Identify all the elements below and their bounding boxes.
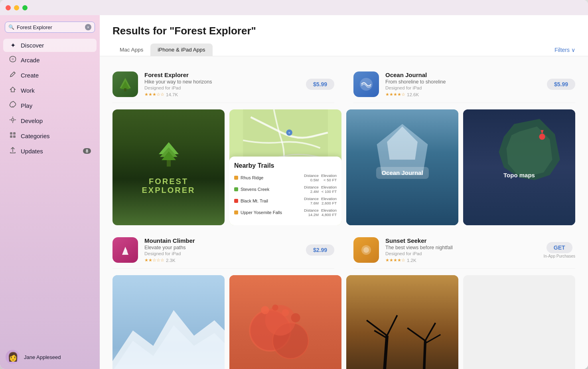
app-name: Sunset Seeker <box>385 237 537 244</box>
app-icon-sunset-seeker[interactable] <box>353 237 379 263</box>
clear-icon: × <box>87 25 89 30</box>
chevron-down-icon: ∨ <box>571 47 575 53</box>
screenshot-coral[interactable] <box>229 275 341 369</box>
sidebar-item-play[interactable]: Play <box>3 98 97 113</box>
screenshots-row-1: FOREST EXPLORER <box>112 109 575 225</box>
trail-name: Stevens Creek <box>241 187 302 192</box>
stars: ★★★☆☆ <box>144 92 164 97</box>
close-button[interactable] <box>6 5 11 10</box>
app-rating: ★★☆☆☆ 2.3K <box>144 258 300 263</box>
price-button-forest-explorer[interactable]: $5.99 <box>306 79 334 90</box>
sidebar-item-work[interactable]: Work <box>3 83 97 97</box>
screenshot-mountains[interactable] <box>112 275 225 369</box>
screenshot-topo[interactable]: Topo maps <box>463 109 575 225</box>
get-button-sunset-seeker[interactable]: GET <box>547 242 572 253</box>
trail-row-1: Rhus Ridge Distance0.5M Elevation< 50 FT <box>234 173 337 182</box>
app-info-sunset-seeker: Sunset Seeker The best views before nigh… <box>385 237 537 263</box>
svg-point-39 <box>265 305 296 336</box>
user-profile[interactable]: 👩 Jane Appleseed <box>0 345 100 369</box>
trail-dot <box>234 176 238 180</box>
price-button-ocean-journal[interactable]: $5.99 <box>547 79 575 90</box>
sidebar-item-label: Create <box>21 72 39 79</box>
app-icon-mountain-climber[interactable] <box>112 237 138 263</box>
app-platform: Designed for iPad <box>144 85 300 90</box>
minimize-button[interactable] <box>14 5 19 10</box>
app-icon-forest-explorer[interactable] <box>112 71 138 97</box>
username: Jane Appleseed <box>24 354 61 360</box>
svg-point-27 <box>539 134 545 140</box>
stars: ★★★★☆ <box>385 258 405 263</box>
develop-icon <box>9 116 17 125</box>
svg-rect-8 <box>10 135 12 138</box>
trail-stat: Distance2.4M <box>304 185 319 194</box>
tab-iphone-ipad-apps[interactable]: iPhone & iPad Apps <box>150 44 212 56</box>
svg-rect-6 <box>10 132 12 135</box>
sidebar-item-updates[interactable]: Updates 8 <box>3 144 97 158</box>
app-window: 🔍 Forest Explorer × ✦ Discover Arcade <box>0 0 588 369</box>
svg-point-1 <box>12 119 14 121</box>
search-input[interactable]: Forest Explorer <box>17 24 83 30</box>
app-platform: Designed for iPad <box>144 251 300 256</box>
trail-row-2: Stevens Creek Distance2.4M Elevation< 10… <box>234 185 337 194</box>
screenshot-sunset-beach[interactable] <box>346 275 458 369</box>
sidebar-item-label: Work <box>21 87 35 94</box>
sidebar: 🔍 Forest Explorer × ✦ Discover Arcade <box>0 15 100 369</box>
app-info-mountain-climber: Mountain Climber Elevate your paths Desi… <box>144 237 300 263</box>
review-count: 12.6K <box>407 92 419 97</box>
review-count: 14.7K <box>166 92 178 97</box>
trail-elevation: Elevation4,800 FT <box>321 208 337 217</box>
trail-stat: Distance0.5M <box>304 173 319 182</box>
app-name: Mountain Climber <box>144 237 300 244</box>
screenshot-forest[interactable]: FOREST EXPLORER <box>112 109 225 225</box>
svg-text:+: + <box>288 131 290 135</box>
app-row-sunset-seeker: Sunset Seeker The best views before nigh… <box>353 232 575 269</box>
sidebar-item-label: Play <box>21 102 32 109</box>
tab-mac-apps[interactable]: Mac Apps <box>112 44 150 56</box>
filters-button[interactable]: Filters ∨ <box>554 44 575 56</box>
bottom-app-rows: Mountain Climber Elevate your paths Desi… <box>112 232 575 269</box>
svg-point-43 <box>291 313 300 322</box>
app-row-ocean-journal: Ocean Journal From shoreline to shorelin… <box>353 66 575 103</box>
ocean-label: Ocean Journal <box>381 169 423 176</box>
svg-rect-9 <box>13 135 16 138</box>
app-desc: The best views before nightfall <box>385 245 537 250</box>
trail-name: Rhus Ridge <box>241 175 302 180</box>
sidebar-item-create[interactable]: Create <box>3 68 97 82</box>
price-button-mountain-climber[interactable]: $2.99 <box>306 244 334 256</box>
top-app-rows: Forest Explorer Hike your way to new hor… <box>112 66 575 103</box>
topo-label: Topo maps <box>503 172 535 179</box>
trail-name: Upper Yosemite Falls <box>241 210 302 215</box>
trail-dot <box>234 199 238 203</box>
app-name: Ocean Journal <box>385 71 541 78</box>
search-bar[interactable]: 🔍 Forest Explorer × <box>5 22 95 33</box>
updates-icon <box>9 147 17 155</box>
app-desc: From shoreline to shoreline <box>385 79 541 85</box>
sidebar-item-develop[interactable]: Develop <box>3 113 97 128</box>
app-row-mountain-climber: Mountain Climber Elevate your paths Desi… <box>112 232 334 269</box>
avatar: 👩 <box>6 350 20 364</box>
trail-row-4: Upper Yosemite Falls Distance14.2M Eleva… <box>234 208 337 217</box>
app-desc: Hike your way to new horizons <box>144 79 300 85</box>
search-clear-button[interactable]: × <box>85 24 91 30</box>
screenshot-map[interactable]: + Nearby Trails Rhus Ridge Distance0.5M <box>229 109 341 225</box>
screenshot-ocean[interactable]: Ocean Journal <box>346 109 458 225</box>
content-header: Results for "Forest Explorer" Mac Apps i… <box>100 15 588 56</box>
app-icon-ocean-journal[interactable] <box>353 71 379 97</box>
play-icon <box>9 101 17 110</box>
sidebar-item-arcade[interactable]: Arcade <box>3 53 97 67</box>
stars: ★★☆☆☆ <box>144 258 164 263</box>
trail-dot <box>234 210 238 214</box>
forest-title-line1: FOREST <box>142 177 195 186</box>
titlebar <box>0 0 588 15</box>
app-rating: ★★★☆☆ 14.7K <box>144 92 300 97</box>
svg-point-0 <box>12 58 14 60</box>
sidebar-item-label: Develop <box>21 117 43 124</box>
sidebar-item-discover[interactable]: ✦ Discover <box>3 39 97 52</box>
review-count: 2.3K <box>166 258 176 263</box>
discover-icon: ✦ <box>9 42 17 49</box>
traffic-lights <box>6 5 28 10</box>
trail-elevation: Elevation< 50 FT <box>321 173 337 182</box>
svg-point-42 <box>282 309 289 316</box>
maximize-button[interactable] <box>22 5 28 10</box>
sidebar-item-categories[interactable]: Categories <box>3 129 97 143</box>
